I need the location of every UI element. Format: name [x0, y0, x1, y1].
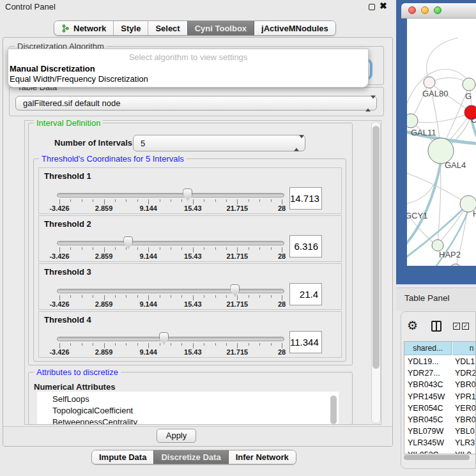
table-data-combobox[interactable]: galFiltered.sif default node [15, 96, 377, 111]
table-row[interactable]: YBL079WYBL0 [404, 426, 476, 437]
algorithm-dropdown: Select algorithm to view settings Manual… [8, 49, 369, 88]
threshold-value-field[interactable]: 14.713 [289, 187, 322, 210]
table-row[interactable]: YBR045CYBR0 [404, 414, 476, 426]
tick-label: 9.144 [139, 300, 157, 308]
table-row[interactable]: YIL052CYIL0 [404, 449, 476, 454]
tick-mark [259, 343, 260, 346]
table-cell: YLR3 [455, 437, 475, 449]
tick-mark [93, 199, 93, 202]
table-cell: YER054C [408, 403, 443, 414]
slider-handle[interactable] [123, 236, 133, 249]
tab-jactivemnodules[interactable]: jActiveMNodules [254, 21, 335, 35]
threshold-box: Threshold 4-3.4262.8599.14415.4321.71528… [38, 311, 342, 358]
checkbox-icon[interactable]: ✓ [453, 323, 460, 330]
stepper-icon [294, 139, 299, 148]
tick-label: 9.144 [139, 252, 157, 260]
float-window-icon[interactable] [369, 4, 375, 10]
tick-mark [282, 199, 282, 204]
slider-handle[interactable] [230, 284, 240, 296]
slider-handle[interactable] [183, 188, 192, 201]
table-cell: YDR2 [455, 367, 476, 379]
tab-style[interactable]: Style [113, 21, 148, 35]
tick-label: 15.43 [184, 300, 202, 308]
horizontal-scrollbar[interactable] [403, 454, 474, 461]
tick-mark [249, 343, 249, 346]
threshold-label: Threshold 3 [44, 267, 91, 277]
attribute-list-item[interactable]: BetweennessCentrality [52, 417, 137, 424]
tab-cyni-toolbox[interactable]: Cyni Toolbox [187, 21, 254, 35]
tick-mark [59, 247, 60, 252]
checkbox-icon[interactable]: ✓ [462, 323, 469, 330]
svg-text:GAL4: GAL4 [445, 160, 466, 170]
tab-network[interactable]: Network [54, 21, 113, 35]
table-row[interactable]: YDR27...YDR2 [404, 367, 476, 379]
window-minimize-button[interactable] [421, 6, 429, 14]
table-cell: YBR0 [455, 414, 476, 426]
window-close-button[interactable] [408, 6, 416, 14]
tick-mark [259, 199, 260, 202]
num-intervals-value: 5 [141, 135, 145, 151]
tab-infer-network[interactable]: Infer Network [228, 450, 296, 464]
tick-mark [193, 247, 194, 252]
window-zoom-button[interactable] [434, 6, 441, 14]
tick-mark [93, 343, 93, 346]
threshold-value-field[interactable]: 21.4 [289, 283, 322, 305]
tick-mark [226, 343, 227, 346]
dropdown-hint: Select algorithm to view settings [8, 52, 368, 62]
table-row[interactable]: YER054CYER0 [404, 403, 476, 414]
slider-track[interactable] [57, 337, 284, 341]
table-row[interactable]: YLR345WYLR3 [404, 437, 476, 449]
tab-label: Select [155, 24, 180, 33]
svg-text:C: C [471, 115, 476, 125]
tick-mark [237, 247, 238, 252]
tick-label: 15.43 [184, 252, 202, 260]
threshold-value-field[interactable]: 6.316 [289, 235, 322, 257]
table-row[interactable]: YBR043CYBR0 [404, 379, 476, 390]
list-scrollbar-thumb[interactable] [330, 395, 337, 424]
tick-mark [193, 199, 194, 204]
table-row[interactable]: YPR145WYPR1 [404, 391, 476, 403]
tick-mark [237, 199, 238, 204]
table-column-header[interactable]: n [452, 342, 476, 355]
tick-mark [59, 199, 60, 204]
apply-button[interactable]: Apply [157, 429, 196, 443]
algorithm-option[interactable]: Equal Width/Frequency Discretization [10, 74, 148, 84]
slider-handle[interactable] [159, 332, 169, 344]
tick-mark [215, 199, 216, 202]
attribute-list-item[interactable]: SelfLoops [52, 394, 89, 405]
num-intervals-combobox[interactable]: 5 [133, 135, 305, 151]
tab-select[interactable]: Select [148, 21, 187, 35]
threshold-label: Threshold 4 [44, 315, 91, 325]
tick-mark [148, 199, 149, 204]
slider-track[interactable] [57, 289, 284, 293]
tick-mark [148, 343, 149, 348]
tick-mark [82, 247, 82, 250]
tick-label: 28 [278, 348, 286, 356]
tick-mark [215, 295, 216, 298]
network-canvas[interactable]: GAL80GCGAL11GAL4GCY1HHAP2 [407, 19, 476, 266]
tick-label: -3.426 [49, 204, 69, 212]
tab-impute-data[interactable]: Impute Data [92, 450, 153, 464]
slider-track[interactable] [57, 193, 284, 197]
tick-mark [115, 247, 116, 250]
horizontal-scrollbar-thumb[interactable] [404, 455, 470, 460]
split-columns-icon[interactable] [431, 321, 441, 332]
tick-mark [93, 247, 93, 250]
numerical-attributes-list[interactable]: SelfLoopsTopologicalCoefficientBetweenne… [37, 392, 339, 424]
table-cell: YBR043C [408, 379, 443, 390]
table-column-header[interactable]: shared... [404, 342, 452, 355]
slider-track[interactable] [57, 241, 284, 245]
close-icon[interactable]: ✖ [380, 1, 387, 11]
threshold-value-field[interactable]: 11.344 [289, 331, 322, 353]
table-data-value: galFiltered.sif default node [23, 96, 120, 111]
algorithm-option[interactable]: Manual Discretization [10, 64, 95, 74]
attribute-list-item[interactable]: TopologicalCoefficient [52, 405, 133, 417]
table-row[interactable]: YDL19...YDL1 [404, 356, 476, 367]
tick-mark [59, 343, 60, 348]
gear-icon[interactable]: ⚙ [407, 318, 418, 333]
tick-mark [137, 295, 138, 298]
tab-discretize-data[interactable]: Discretize Data [153, 450, 227, 464]
tick-mark [160, 199, 160, 202]
vertical-scrollbar[interactable] [371, 121, 381, 424]
vertical-scrollbar-thumb[interactable] [372, 126, 380, 369]
